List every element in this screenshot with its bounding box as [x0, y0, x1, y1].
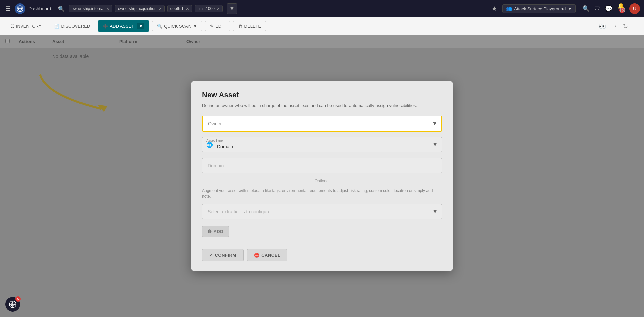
filter-remove-icon[interactable]: ✕ [186, 7, 189, 11]
global-search-icon[interactable]: 🔍 [582, 5, 590, 12]
cancel-circle-icon: ⛔ [254, 253, 260, 258]
notification-bell[interactable]: 🔔 19 [617, 2, 625, 15]
add-asset-button[interactable]: ➕ ADD ASSET ▼ [98, 20, 149, 32]
asset-type-field-wrapper: Asset Type 🌐 Domain ▼ [202, 137, 442, 152]
divider-line-right [333, 181, 442, 181]
toolbar-right-icons: 👀 → ↻ ⛶ [599, 22, 639, 30]
optional-label: Optional [315, 179, 330, 183]
inventory-button[interactable]: ☷ INVENTORY [5, 21, 46, 31]
hide-icon[interactable]: 👀 [599, 22, 606, 30]
inventory-label: INVENTORY [16, 24, 41, 29]
shield-icon[interactable]: 🛡 [594, 5, 600, 12]
delete-label: DELETE [244, 24, 261, 29]
delete-button[interactable]: 🗑 DELETE [233, 21, 266, 31]
add-button-label: ADD [214, 229, 224, 234]
new-asset-dialog: New Asset Define an owner who will be in… [191, 81, 453, 271]
optional-divider: Optional [202, 179, 442, 183]
filter-tag-limit[interactable]: limit:1000 ✕ [195, 5, 223, 12]
dialog-title: New Asset [202, 91, 442, 99]
dialog-subtitle: Define an owner who will be in charge of… [202, 103, 442, 109]
quick-scan-button[interactable]: 🔍 QUICK SCAN ▼ [152, 21, 202, 31]
user-avatar[interactable]: U [629, 3, 640, 14]
filter-tag-depth[interactable]: depth:1 ✕ [167, 5, 192, 12]
filter-remove-icon[interactable]: ✕ [106, 7, 109, 11]
cancel-label: CANCEL [261, 253, 280, 258]
add-circle-icon: ➊ [208, 229, 212, 234]
filter-remove-icon[interactable]: ✕ [159, 7, 162, 11]
filter-tag-label: ownership:internal [72, 6, 104, 11]
quick-scan-icon: 🔍 [157, 24, 162, 29]
filter-tag-label: limit:1000 [198, 6, 215, 11]
edit-button[interactable]: ✎ EDIT [205, 21, 230, 31]
extra-fields-select[interactable]: Select extra fields to configure [202, 204, 442, 219]
nav-right-icons: 🔍 🛡 💬 🔔 19 U [582, 2, 640, 15]
confirm-label: CONFIRM [215, 253, 236, 258]
chat-icon[interactable]: 💬 [605, 5, 612, 12]
discovered-icon: 📄 [54, 24, 59, 29]
globe-icon: 🌐 [206, 141, 213, 148]
app-logo[interactable] [15, 3, 25, 14]
edit-icon: ✎ [210, 24, 214, 29]
confirm-check-icon: ✓ [209, 253, 213, 258]
bottom-badge: 5 [15, 296, 21, 302]
dialog-footer: ✓ CONFIRM ⛔ CANCEL [202, 245, 442, 261]
notification-badge: 19 [619, 8, 625, 13]
filter-tag-label: ownership:acquisition [118, 6, 157, 11]
divider-line-left [202, 181, 311, 181]
domain-input[interactable] [202, 158, 442, 173]
main-content: Actions Asset Platform Owner No data ava… [0, 35, 644, 317]
owner-select[interactable]: Owner [203, 116, 441, 131]
edit-label: EDIT [215, 24, 225, 29]
owner-field-wrapper: Owner ▼ [202, 116, 442, 132]
delete-icon: 🗑 [238, 24, 243, 29]
favorite-icon[interactable]: ★ [492, 5, 497, 12]
quick-scan-label: QUICK SCAN [164, 24, 191, 29]
dashboard-label: Dashboard [28, 6, 51, 11]
workspace-icon: 👥 [506, 6, 512, 11]
bottom-left-app-icon[interactable]: 5 [5, 297, 20, 312]
filter-dropdown-button[interactable]: ▼ [227, 3, 237, 14]
inventory-icon: ☷ [10, 24, 14, 29]
expand-icon[interactable]: ⛶ [633, 23, 639, 29]
domain-input-wrapper [202, 158, 442, 173]
refresh-icon[interactable]: ↻ [623, 22, 628, 30]
add-asset-icon: ➕ [103, 24, 108, 29]
add-asset-label: ADD ASSET [110, 24, 134, 29]
filter-tag-label: depth:1 [170, 6, 184, 11]
asset-type-select[interactable]: Domain [202, 137, 442, 152]
quick-scan-dropdown-icon: ▼ [193, 24, 197, 29]
workspace-label: Attack Surface Playground [514, 6, 566, 11]
toolbar: ☷ INVENTORY 📄 DISCOVERED ➕ ADD ASSET ▼ 🔍… [0, 17, 644, 35]
add-asset-dropdown-arrow[interactable]: ▼ [137, 23, 144, 29]
filter-tag-ownership-internal[interactable]: ownership:internal ✕ [69, 5, 112, 12]
filter-remove-icon[interactable]: ✕ [217, 7, 220, 11]
confirm-button[interactable]: ✓ CONFIRM [202, 249, 244, 261]
share-icon[interactable]: → [611, 22, 618, 30]
discovered-label: DISCOVERED [61, 24, 90, 29]
menu-icon[interactable]: ☰ [4, 4, 12, 14]
dialog-overlay: New Asset Define an owner who will be in… [0, 35, 644, 317]
filter-tag-ownership-acquisition[interactable]: ownership:acquisition ✕ [115, 5, 165, 12]
search-icon[interactable]: 🔍 [57, 4, 66, 13]
workspace-dropdown-icon: ▼ [568, 6, 572, 11]
discovered-button[interactable]: 📄 DISCOVERED [49, 21, 95, 31]
cancel-button[interactable]: ⛔ CANCEL [247, 249, 288, 261]
optional-subtitle: Augment your asset with metadata like ta… [202, 188, 442, 199]
extra-fields-wrapper: Select extra fields to configure ▼ [202, 204, 442, 219]
workspace-selector[interactable]: 👥 Attack Surface Playground ▼ [502, 4, 576, 13]
add-button[interactable]: ➊ ADD [202, 226, 229, 237]
navbar: ☰ Dashboard 🔍 ownership:internal ✕ owner… [0, 0, 644, 17]
